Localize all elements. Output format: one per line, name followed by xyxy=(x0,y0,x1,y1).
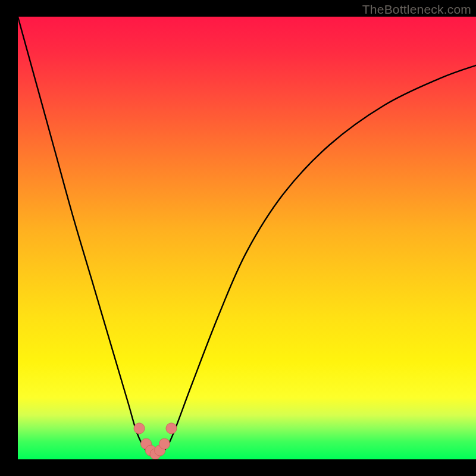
chart-frame: TheBottleneck.com xyxy=(0,0,476,476)
min-region-markers xyxy=(134,423,177,459)
plot-area xyxy=(18,17,476,459)
min-marker xyxy=(166,423,177,434)
min-marker xyxy=(159,439,170,449)
watermark-text: TheBottleneck.com xyxy=(362,2,471,17)
markers-svg xyxy=(18,17,476,459)
min-marker xyxy=(134,423,145,434)
